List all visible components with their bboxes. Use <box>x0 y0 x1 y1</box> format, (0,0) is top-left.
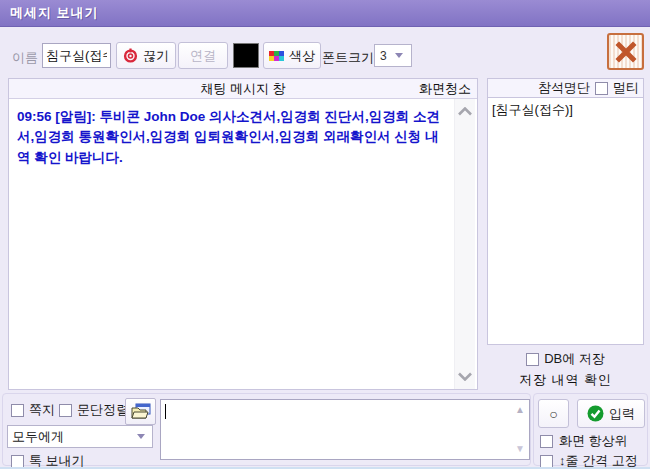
paragraph-align-checkbox[interactable] <box>59 404 72 417</box>
recipient-select[interactable]: 모두에게 <box>7 425 153 448</box>
window-title: 메세지 보내기 <box>0 0 650 26</box>
color-label: 색상 <box>289 47 315 65</box>
attendees-panel: 참석명단 멀티 [침구실(접수)] DB에 저장 저장 내역 확인 <box>487 78 644 390</box>
multi-checkbox[interactable] <box>595 82 608 95</box>
close-button[interactable] <box>607 33 644 70</box>
recipient-value: 모두에게 <box>12 428 64 446</box>
chat-scrollbar[interactable] <box>454 99 475 389</box>
always-on-top-label: 화면 항상위 <box>559 432 628 450</box>
message-input[interactable]: ▲ ▼ <box>160 399 530 460</box>
input-scroll-up-icon[interactable]: ▲ <box>515 405 525 415</box>
scroll-down-icon[interactable] <box>457 372 473 381</box>
title-bar: 메세지 보내기 <box>0 0 650 27</box>
scroll-up-icon[interactable] <box>457 107 473 116</box>
chat-message-area[interactable]: 09:56 [알림]: 투비콘 John Doe 의사소견서,임경희 진단서,임… <box>9 99 477 389</box>
close-icon <box>615 41 637 63</box>
name-input[interactable] <box>42 43 111 68</box>
chat-panel-header: 채팅 메시지 창 화면청소 <box>9 79 477 99</box>
submit-label: 입력 <box>609 405 635 423</box>
always-on-top-checkbox[interactable] <box>540 435 553 448</box>
folder-icon <box>131 403 151 420</box>
circle-button-label: ○ <box>549 406 557 422</box>
open-file-button[interactable] <box>125 398 156 425</box>
font-size-select[interactable]: 3 <box>374 44 412 67</box>
palette-icon <box>269 51 284 61</box>
chevron-down-icon <box>137 434 145 439</box>
note-label: 쪽지 <box>29 401 55 419</box>
line-spacing-checkbox[interactable] <box>540 455 553 468</box>
multi-label: 멀티 <box>613 79 639 97</box>
composer-group: 쪽지 문단정렬 ▲ ▼ 모두에게 톡 보내기 <box>2 393 531 466</box>
name-label: 이름 <box>12 49 38 67</box>
connect-label: 연결 <box>190 47 216 65</box>
db-save-row: DB에 저장 <box>487 350 644 368</box>
input-scroll-down-icon[interactable]: ▼ <box>515 444 525 454</box>
color-swatch[interactable] <box>233 43 259 68</box>
check-icon <box>587 405 604 422</box>
paragraph-align-label: 문단정렬 <box>77 401 129 419</box>
disconnect-button[interactable]: 끊기 <box>116 42 176 69</box>
saved-history-button[interactable]: 저장 내역 확인 <box>487 371 644 389</box>
chat-panel: 채팅 메시지 창 화면청소 09:56 [알림]: 투비콘 John Doe 의… <box>8 78 478 390</box>
chevron-down-icon <box>395 53 403 58</box>
clear-screen-button[interactable]: 화면청소 <box>419 79 471 98</box>
chat-panel-title: 채팅 메시지 창 <box>9 79 477 98</box>
line-spacing-label: ↕줄 간격 고정 <box>559 452 638 469</box>
connect-button[interactable]: 연결 <box>178 42 228 69</box>
color-button[interactable]: 색상 <box>263 42 321 69</box>
submit-button[interactable]: 입력 <box>577 399 645 428</box>
font-size-label: 폰트크기 <box>322 49 374 67</box>
note-checkbox[interactable] <box>11 404 24 417</box>
attendees-list[interactable]: [침구실(접수)] <box>487 98 644 345</box>
message-send-window: { "window": { "title": "메세지 보내기" }, "too… <box>0 0 650 469</box>
send-talk-checkbox[interactable] <box>11 455 24 468</box>
circle-button[interactable]: ○ <box>538 399 569 428</box>
disconnect-icon <box>123 48 138 63</box>
attendees-header: 참석명단 멀티 <box>487 78 644 98</box>
db-save-checkbox[interactable] <box>526 353 539 366</box>
chat-message: 09:56 [알림]: 투비콘 John Doe 의사소견서,임경희 진단서,임… <box>17 107 445 168</box>
list-item[interactable]: [침구실(접수)] <box>492 101 639 119</box>
font-size-value: 3 <box>380 49 387 63</box>
text-caret <box>165 404 166 419</box>
attendees-title: 참석명단 <box>538 79 590 97</box>
send-talk-label: 톡 보내기 <box>29 452 85 469</box>
db-save-label: DB에 저장 <box>544 350 605 368</box>
disconnect-label: 끊기 <box>143 47 169 65</box>
toolbar: 이름 끊기 연결 색상 폰트크기 3 <box>0 27 650 75</box>
